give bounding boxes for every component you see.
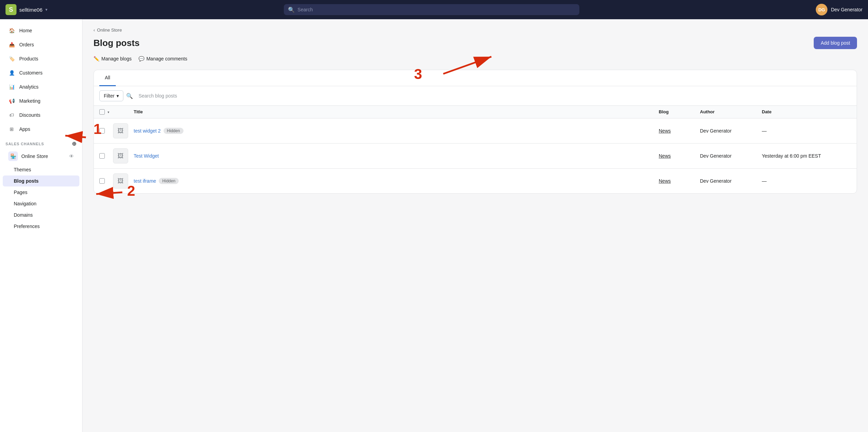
chevron-left-icon: ‹ (93, 27, 95, 33)
post-blog-cell-2: News (659, 153, 700, 159)
sidebar-item-home[interactable]: 🏠 Home (3, 24, 79, 37)
page-title: Blog posts (93, 38, 140, 48)
manage-blogs-label: Manage blogs (101, 56, 132, 61)
select-all-checkbox-area[interactable]: ▾ (99, 109, 113, 115)
sidebar-item-products[interactable]: 🏷️ Products (3, 52, 79, 66)
blog-link-3[interactable]: News (659, 178, 671, 184)
author-column-header: Author (700, 109, 762, 115)
search-icon: 🔍 (288, 7, 295, 13)
brand-logo-area[interactable]: S selltime06 ▾ (5, 4, 47, 15)
post-badge-1: Hidden (164, 128, 183, 134)
filter-label: Filter (104, 93, 114, 99)
filter-button[interactable]: Filter ▾ (99, 90, 123, 101)
sidebar-item-discounts[interactable]: 🏷 Discounts (3, 108, 79, 122)
sidebar-sub-item-themes[interactable]: Themes (3, 164, 79, 175)
manage-comments-button[interactable]: 💬 Manage comments (138, 55, 187, 63)
row-checkbox-2[interactable] (99, 153, 105, 159)
sidebar-label-analytics: Analytics (19, 84, 38, 90)
filter-row: Filter ▾ 🔍 (94, 86, 857, 106)
row-checkbox-3[interactable] (99, 178, 105, 184)
post-date-cell-2: Yesterday at 6:00 pm EEST (762, 153, 851, 159)
tabs-bar: All (94, 70, 857, 86)
sidebar-sub-item-preferences[interactable]: Preferences (3, 221, 79, 232)
chevron-down-icon: ▾ (45, 7, 47, 12)
post-thumbnail-2: 🖼 (113, 148, 128, 163)
top-navigation: S selltime06 ▾ 🔍 DG Dev Generator (0, 0, 868, 19)
apps-icon: ⊞ (8, 126, 15, 133)
select-all-checkbox[interactable] (99, 109, 105, 115)
user-name: Dev Generator (831, 7, 863, 12)
sidebar-sub-item-blog-posts[interactable]: Blog posts (3, 175, 79, 186)
sidebar-item-orders[interactable]: 📥 Orders (3, 38, 79, 52)
blog-column-header: Blog (659, 109, 700, 115)
global-search-input[interactable] (284, 4, 579, 15)
post-title-link-1[interactable]: test widget 2 (134, 128, 161, 134)
manage-blogs-icon: ✏️ (93, 56, 99, 61)
post-date-cell-1: — (762, 128, 851, 134)
manage-blogs-button[interactable]: ✏️ Manage blogs (93, 55, 132, 63)
blog-link-2[interactable]: News (659, 153, 671, 159)
post-title-cell-2: Test Widget (134, 153, 659, 159)
manage-comments-icon: 💬 (138, 56, 144, 61)
sidebar-label-pages: Pages (14, 190, 27, 195)
title-column-header: Title (134, 109, 659, 115)
online-store-icon: 🏪 (8, 151, 18, 161)
tab-all[interactable]: All (99, 70, 116, 86)
sidebar-label-discounts: Discounts (19, 112, 40, 118)
add-sales-channel-icon[interactable]: ⊕ (72, 140, 77, 147)
post-badge-3: Hidden (159, 178, 179, 184)
select-all-chevron-icon[interactable]: ▾ (108, 110, 109, 114)
post-blog-cell-1: News (659, 128, 700, 134)
products-icon: 🏷️ (8, 55, 15, 62)
sidebar-item-apps[interactable]: ⊞ Apps (3, 122, 79, 136)
sidebar-label-blog-posts: Blog posts (14, 178, 38, 184)
sales-channels-section: SALES CHANNELS ⊕ (0, 136, 82, 148)
post-date-cell-3: — (762, 178, 851, 184)
sidebar-label-navigation: Navigation (14, 201, 36, 206)
post-title-link-2[interactable]: Test Widget (134, 153, 159, 159)
store-name: selltime06 (19, 7, 43, 13)
sidebar-label-themes: Themes (14, 167, 31, 172)
sidebar-item-online-store[interactable]: 🏪 Online Store 👁 (3, 149, 79, 164)
table-header: ▾ Title Blog Author Date (94, 106, 857, 118)
sidebar-label-preferences: Preferences (14, 224, 40, 229)
sidebar-sub-item-navigation[interactable]: Navigation (3, 198, 79, 209)
blog-link-1[interactable]: News (659, 128, 671, 134)
sidebar-sub-item-pages[interactable]: Pages (3, 187, 79, 198)
date-column-header: Date (762, 109, 851, 115)
sidebar-item-analytics[interactable]: 📊 Analytics (3, 80, 79, 94)
user-menu[interactable]: DG Dev Generator (816, 4, 863, 15)
orders-icon: 📥 (8, 41, 15, 48)
eye-icon: 👁 (69, 154, 74, 159)
search-blog-posts-input[interactable] (136, 91, 851, 101)
add-blog-post-button[interactable]: Add blog post (814, 37, 857, 49)
sidebar-label-domains: Domains (14, 212, 33, 218)
sales-channels-label: SALES CHANNELS (5, 142, 44, 146)
sidebar-label-apps: Apps (19, 126, 30, 132)
sidebar: 🏠 Home 📥 Orders 🏷️ Products 👤 Customers … (0, 19, 82, 432)
sidebar-sub-item-domains[interactable]: Domains (3, 209, 79, 220)
post-title-cell-3: test iframe Hidden (134, 178, 659, 184)
post-author-cell-2: Dev Generator (700, 153, 762, 159)
table-row: 🖼 test iframe Hidden News Dev Generator … (94, 169, 857, 193)
sidebar-label-orders: Orders (19, 42, 34, 47)
global-search-bar: 🔍 (284, 4, 579, 15)
sidebar-label-products: Products (19, 56, 38, 61)
row-checkbox-1[interactable] (99, 128, 105, 134)
sidebar-item-marketing[interactable]: 📢 Marketing (3, 94, 79, 108)
discounts-icon: 🏷 (8, 112, 15, 118)
blog-posts-card: All Filter ▾ 🔍 ▾ Title Blog (93, 70, 857, 194)
post-thumbnail-1: 🖼 (113, 123, 128, 138)
marketing-icon: 📢 (8, 98, 15, 104)
shopify-logo-icon: S (5, 4, 16, 15)
search-icon: 🔍 (126, 93, 133, 99)
manage-comments-label: Manage comments (146, 56, 187, 61)
post-author-cell-3: Dev Generator (700, 178, 762, 184)
analytics-icon: 📊 (8, 83, 15, 90)
post-title-cell-1: test widget 2 Hidden (134, 128, 659, 134)
breadcrumb[interactable]: ‹ Online Store (93, 27, 857, 33)
thumbnail-header (113, 109, 134, 115)
sidebar-item-customers[interactable]: 👤 Customers (3, 66, 79, 80)
post-title-link-3[interactable]: test iframe (134, 178, 156, 184)
filter-chevron-icon: ▾ (116, 93, 119, 99)
